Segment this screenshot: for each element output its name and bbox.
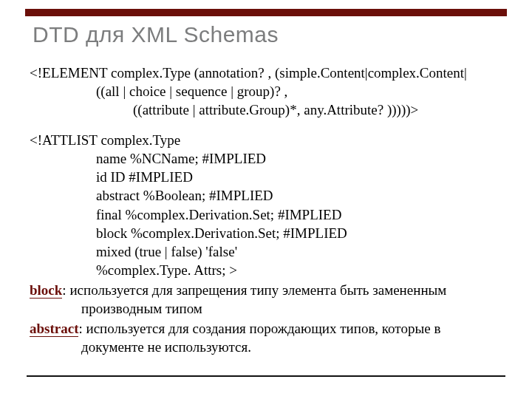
- attlist-row: %complex.Type. Attrs; >: [96, 261, 502, 279]
- desc-abstract-text-1: : используется для создания порождающих …: [78, 321, 440, 336]
- element-line-3: ((attribute | attribute.Group)*, any.Att…: [133, 100, 502, 119]
- desc-abstract-line1: abstract: используется для создания поро…: [30, 319, 502, 338]
- attlist-row: block %complex.Derivation.Set; #IMPLIED: [96, 224, 502, 242]
- top-accent-bar: [25, 9, 507, 16]
- attlist-row: name %NCName; #IMPLIED: [96, 149, 502, 168]
- attlist-open: <!ATTLIST complex.Type: [30, 131, 502, 149]
- desc-block-line1: block: используется для запрещения типу …: [30, 281, 502, 299]
- keyword-block: block: [30, 282, 62, 299]
- attlist-row: id ID #IMPLIED: [96, 168, 502, 186]
- description-block: block: используется для запрещения типу …: [30, 281, 502, 318]
- attlist-row: final %complex.Derivation.Set; #IMPLIED: [96, 205, 502, 224]
- keyword-abstract: abstract: [30, 321, 78, 337]
- attlist-declaration: <!ATTLIST complex.Type name %NCName; #IM…: [30, 131, 502, 279]
- element-line-2: ((all | choice | sequence | group)? ,: [96, 82, 502, 100]
- attlist-row: abstract %Boolean; #IMPLIED: [96, 186, 502, 205]
- slide-title: DTD для XML Schemas: [33, 22, 279, 47]
- attlist-row: mixed (true | false) 'false': [96, 242, 502, 261]
- desc-abstract-line2: документе не используются.: [81, 338, 502, 356]
- element-declaration: <!ELEMENT complex.Type (annotation? , (s…: [30, 64, 502, 119]
- element-line-1: <!ELEMENT complex.Type (annotation? , (s…: [30, 64, 502, 82]
- desc-block-text-1: : используется для запрещения типу элеме…: [62, 282, 446, 298]
- bottom-rule: [27, 375, 505, 377]
- slide: DTD для XML Schemas <!ELEMENT complex.Ty…: [0, 0, 532, 399]
- slide-body: <!ELEMENT complex.Type (annotation? , (s…: [30, 64, 502, 356]
- description-abstract: abstract: используется для создания поро…: [30, 319, 502, 356]
- spacer: [30, 119, 502, 131]
- desc-block-line2: производным типом: [81, 299, 502, 318]
